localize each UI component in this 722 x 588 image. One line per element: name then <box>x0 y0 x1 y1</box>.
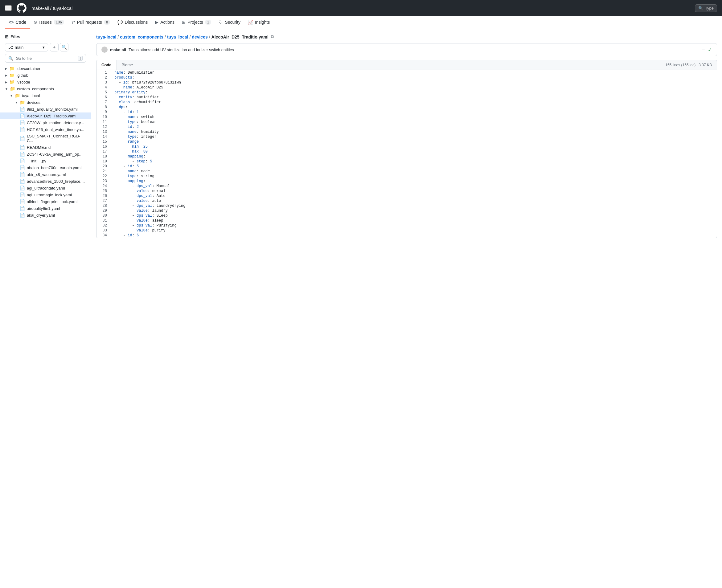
branch-name: main <box>15 45 23 49</box>
code-line-14: 14 type: integer <box>97 134 717 139</box>
line-number[interactable]: 29 <box>97 208 112 213</box>
tree-item-custom-components[interactable]: ▼ 📁 custom_components <box>0 85 91 92</box>
line-number[interactable]: 13 <box>97 129 112 134</box>
line-number[interactable]: 4 <box>97 85 112 90</box>
tab-discussions[interactable]: 💬 Discussions <box>114 16 151 29</box>
tree-item-akai[interactable]: 📄 akai_dryer.yaml <box>0 212 91 218</box>
hamburger-menu[interactable] <box>5 5 12 11</box>
line-number[interactable]: 17 <box>97 149 112 154</box>
line-number[interactable]: 34 <box>97 233 112 238</box>
line-number[interactable]: 10 <box>97 114 112 120</box>
breadcrumb-devices-link[interactable]: devices <box>192 35 207 39</box>
tree-item-ailrinni[interactable]: 📄 ailrinni_fingerprint_lock.yaml <box>0 198 91 205</box>
go-to-file-input[interactable]: 🔍 Go to file t <box>5 54 86 63</box>
line-number[interactable]: 20 <box>97 164 112 169</box>
line-number[interactable]: 16 <box>97 144 112 149</box>
tree-item-name: LSC_SMART_Connect_RGB-C... <box>27 134 86 143</box>
line-number[interactable]: 30 <box>97 213 112 218</box>
code-line-23: 23 mapping: <box>97 179 717 184</box>
tab-pulls[interactable]: ⇄ Pull requests 8 <box>68 16 114 29</box>
file-icon: 📄 <box>20 192 25 197</box>
line-code: value: purify <box>112 228 717 233</box>
line-number[interactable]: 28 <box>97 204 112 208</box>
line-number[interactable]: 5 <box>97 90 112 95</box>
tree-item-agl-magic[interactable]: 📄 agl_ultramagic_lock.yaml <box>0 191 91 198</box>
line-number[interactable]: 31 <box>97 218 112 223</box>
code-line-30: 30 - dps_val: Sleep <box>97 213 717 218</box>
sidebar-header: ⊞ Files <box>0 34 91 43</box>
commit-details-button[interactable]: ··· <box>702 47 705 52</box>
tab-projects[interactable]: ⊞ Projects 1 <box>178 16 215 29</box>
tree-item-readme[interactable]: 📄 README.md <box>0 144 91 151</box>
tree-item-devices[interactable]: ▼ 📁 devices <box>0 99 91 106</box>
repo-owner-link[interactable]: make-all <box>32 5 49 11</box>
code-line-29: 29 value: laundry <box>97 208 717 213</box>
line-code: - id: 1 <box>112 110 717 114</box>
line-number[interactable]: 7 <box>97 100 112 105</box>
add-file-button[interactable]: + <box>50 43 59 51</box>
tree-item-hct[interactable]: 📄 HCT-626_dual_water_timer.ya... <box>0 126 91 133</box>
tab-code[interactable]: <> Code <box>5 16 30 29</box>
code-line-16: 16 min: 25 <box>97 144 717 149</box>
line-number[interactable]: 15 <box>97 139 112 144</box>
code-tab-button[interactable]: Code <box>97 60 117 70</box>
line-number[interactable]: 14 <box>97 134 112 139</box>
line-number[interactable]: 18 <box>97 154 112 159</box>
line-number[interactable]: 8 <box>97 105 112 110</box>
tree-item-ct20w[interactable]: 📄 CT20W_pir_motion_detector.y... <box>0 119 91 126</box>
tree-item-abir[interactable]: 📄 abir_x8_vacuum.yaml <box>0 171 91 178</box>
branch-selector[interactable]: ⎇ main ▾ <box>5 43 48 51</box>
line-number[interactable]: 32 <box>97 223 112 228</box>
line-number[interactable]: 23 <box>97 179 112 184</box>
line-code: class: dehumidifier <box>112 100 717 105</box>
line-number[interactable]: 19 <box>97 159 112 164</box>
repo-name-link[interactable]: tuya-local <box>53 5 73 11</box>
tree-item-name: abir_x8_vacuum.yaml <box>27 172 66 177</box>
tree-item-abalon[interactable]: 📄 abalon_bcm700d_curtain.yaml <box>0 164 91 171</box>
tree-item-aleco[interactable]: 📄 AlecoAir_D25_Traditio.yaml <box>0 112 91 119</box>
line-number[interactable]: 21 <box>97 169 112 174</box>
commit-author[interactable]: make-all <box>110 47 126 52</box>
line-number[interactable]: 27 <box>97 198 112 204</box>
tab-issues[interactable]: ⊙ Issues 106 <box>30 16 68 29</box>
line-number[interactable]: 6 <box>97 95 112 100</box>
chevron-right-icon: ▶ <box>5 74 7 77</box>
line-code: - dps_val: Purifying <box>112 223 717 228</box>
tree-item-init[interactable]: 📄 __init__.py <box>0 158 91 164</box>
search-files-button[interactable]: 🔍 <box>60 43 68 51</box>
tree-item-lsc[interactable]: 📄 LSC_SMART_Connect_RGB-C... <box>0 133 91 144</box>
line-number[interactable]: 3 <box>97 80 112 85</box>
tab-actions[interactable]: ▶ Actions <box>151 16 178 29</box>
line-code: type: integer <box>112 134 717 139</box>
line-number[interactable]: 12 <box>97 125 112 129</box>
line-code: max: 80 <box>112 149 717 154</box>
tree-item-github[interactable]: ▶ 📁 .github <box>0 72 91 79</box>
tree-item-airq6[interactable]: 📄 airquality6in1.yaml <box>0 205 91 212</box>
tree-item-agl-ultra[interactable]: 📄 agl_ultracontato.yaml <box>0 185 91 191</box>
tab-insights[interactable]: 📈 Insights <box>244 16 273 29</box>
tree-item-vscode[interactable]: ▶ 📁 .vscode <box>0 79 91 85</box>
line-number[interactable]: 26 <box>97 193 112 198</box>
breadcrumb-custom-components-link[interactable]: custom_components <box>120 35 163 39</box>
tree-item-devcontainer[interactable]: ▶ 📁 .devcontainer <box>0 65 91 72</box>
copy-path-button[interactable]: ⧉ <box>271 34 274 39</box>
line-number[interactable]: 1 <box>97 70 112 75</box>
tree-item-tuya-local[interactable]: ▼ 📁 tuya_local <box>0 92 91 99</box>
search-box[interactable]: 🔍 Type <box>695 4 717 12</box>
line-number[interactable]: 2 <box>97 75 112 80</box>
tree-item-name: HCT-626_dual_water_timer.ya... <box>27 127 84 132</box>
line-number[interactable]: 25 <box>97 189 112 193</box>
line-code: name: humidity <box>112 129 717 134</box>
blame-tab-button[interactable]: Blame <box>117 60 138 70</box>
tab-security[interactable]: 🛡 Security <box>215 16 244 29</box>
line-number[interactable]: 24 <box>97 184 112 189</box>
line-number[interactable]: 11 <box>97 120 112 125</box>
line-number[interactable]: 9 <box>97 110 112 114</box>
line-number[interactable]: 33 <box>97 228 112 233</box>
tree-item-9in1[interactable]: 📄 9in1_airquality_monitor.yaml <box>0 106 91 112</box>
breadcrumb-tuya-local-link[interactable]: tuya_local <box>167 35 188 39</box>
tree-item-zc34t[interactable]: 📄 ZC34T-03-3A_swing_arm_op... <box>0 151 91 158</box>
breadcrumb-repo-link[interactable]: tuya-local <box>96 35 116 39</box>
line-number[interactable]: 22 <box>97 174 112 179</box>
tree-item-advfires[interactable]: 📄 advancedfires_1500_fireplace.... <box>0 178 91 185</box>
